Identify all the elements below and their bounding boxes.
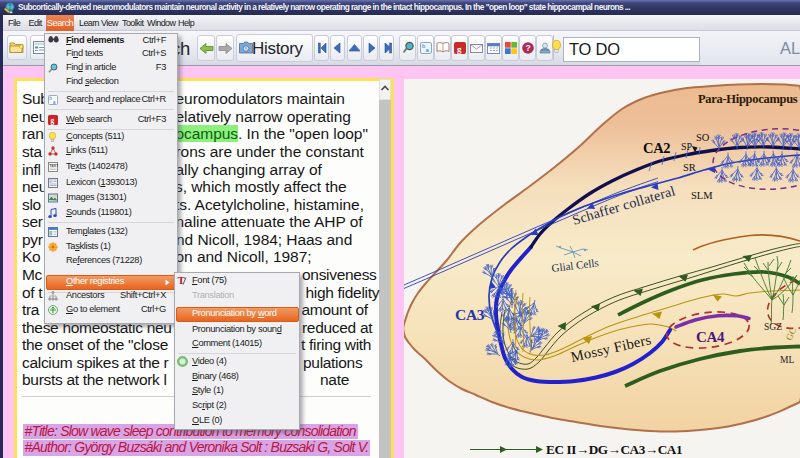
svg-text:ML: ML	[780, 355, 794, 365]
svg-text:g: g	[457, 44, 462, 54]
svg-text:SGZ: SGZ	[764, 322, 782, 332]
svg-text:CA3: CA3	[455, 306, 485, 323]
svg-text:Para-Hippocampus: Para-Hippocampus	[698, 92, 798, 106]
svg-text:g: g	[51, 116, 55, 125]
svg-text:EC II→DG→CA3→CA1: EC II→DG→CA3→CA1	[546, 442, 682, 457]
svg-text:SR: SR	[683, 162, 696, 173]
svg-text:TEXT: TEXT	[49, 163, 58, 167]
svg-text:CA2: CA2	[643, 140, 670, 156]
svg-text:SP: SP	[681, 141, 693, 152]
svg-text:?: ?	[526, 43, 531, 53]
svg-text:b: b	[49, 95, 52, 101]
svg-text:a: a	[53, 99, 56, 105]
svg-text:SLM: SLM	[691, 190, 713, 201]
svg-text:SO: SO	[696, 132, 710, 143]
svg-text:CA4: CA4	[696, 329, 725, 345]
